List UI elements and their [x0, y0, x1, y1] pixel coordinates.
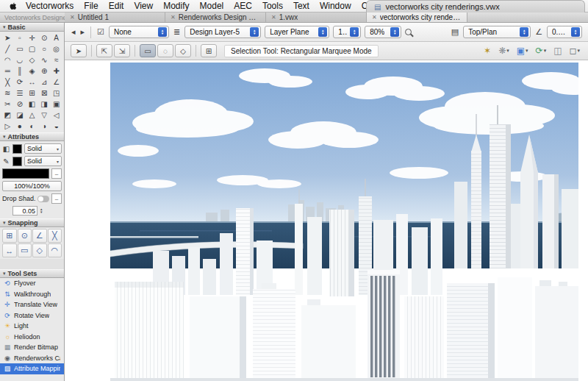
polygon-tool[interactable]: ◇	[26, 54, 38, 65]
reshape-tool[interactable]: ◳	[50, 88, 62, 99]
triangle-tool[interactable]: △	[26, 110, 38, 121]
parallel-tool[interactable]: ║	[14, 65, 26, 76]
window-title-tab[interactable]: ▤ vectorworks city renderings.vwx	[366, 0, 585, 13]
document-tab[interactable]: ✕ vectorworks city renderings....	[367, 13, 467, 22]
opacity-button[interactable]: 100%/100%	[2, 181, 62, 191]
attribute-mapping-tool[interactable]: ▨ Attribute Mapping	[0, 363, 64, 374]
projection-icon[interactable]: ◻ ▾	[567, 46, 582, 56]
close-tab-icon[interactable]: ✕	[171, 14, 176, 21]
offset-tool[interactable]: ≋	[1, 88, 14, 99]
grid-snap-icon[interactable]: ⊞	[2, 229, 17, 243]
locus-tool[interactable]: ⊕	[38, 65, 51, 76]
rotate-tool[interactable]: ⟳	[14, 76, 26, 88]
collapse-caret-icon[interactable]: ▾	[3, 220, 6, 226]
rotate-right-tool[interactable]: ▷	[1, 121, 14, 132]
polyline-tool[interactable]: ∿	[38, 54, 51, 65]
oval-tool[interactable]: ◎	[50, 43, 62, 54]
palette-header-attributes[interactable]: ▾ Attributes	[0, 132, 64, 141]
arc-tool[interactable]: ◠	[1, 54, 14, 65]
zoom-tool[interactable]: ⊙	[38, 32, 51, 43]
angle-icon[interactable]: ∠	[534, 28, 543, 36]
boundary-tool[interactable]: ▣	[50, 99, 62, 110]
stack-tool[interactable]: ☰	[14, 88, 26, 99]
skew-tool[interactable]: ◩	[1, 110, 14, 121]
menu-item[interactable]: AEC	[229, 1, 257, 11]
translate-view-tool[interactable]: ✛ Translate View	[0, 299, 64, 310]
taper-tool[interactable]: ◪	[14, 110, 26, 121]
distance-snap-icon[interactable]: ↔	[2, 243, 17, 257]
intersection-snap-icon[interactable]: ╳	[48, 229, 62, 243]
palette-header-tool-sets[interactable]: ▾ Tool Sets	[0, 269, 64, 278]
selection-tool[interactable]: ➤	[1, 32, 14, 43]
close-tab-icon[interactable]: ✕	[372, 14, 377, 21]
polygon-marquee-mode[interactable]: ◇	[175, 44, 191, 57]
menu-item[interactable]: Edit	[104, 1, 129, 11]
lasso-marquee-mode[interactable]: ◌	[157, 44, 173, 57]
selection-arrow-mode[interactable]: ➤	[71, 44, 87, 57]
marquee-tool[interactable]: ▫	[14, 32, 26, 43]
fill-color-swatch[interactable]	[12, 144, 22, 154]
double-line-tool[interactable]: ═	[1, 65, 14, 76]
invert-triangle-tool[interactable]: ▽	[38, 110, 51, 121]
collapse-caret-icon[interactable]: ▾	[3, 271, 6, 277]
layer-options-icon[interactable]: ≣	[173, 28, 181, 36]
rotate-3d-icon[interactable]: ⟳ ▾	[534, 46, 549, 56]
menu-item[interactable]: Vectorworks	[21, 1, 79, 11]
grid-tool[interactable]: ⊞	[26, 88, 38, 99]
angle-field[interactable]: 0.00° ▲▼	[547, 26, 582, 38]
menu-item[interactable]: View	[129, 1, 158, 11]
edge-snap-icon[interactable]: ▭	[18, 243, 32, 257]
rectangular-marquee-mode[interactable]: ▭	[140, 44, 156, 57]
tangent-snap-icon[interactable]: ◠	[48, 243, 62, 257]
magnifier-icon[interactable]	[405, 29, 412, 35]
menu-item[interactable]: Text	[288, 1, 315, 11]
trim-tool[interactable]: ╳	[1, 76, 14, 88]
rectangle-tool[interactable]: ▭	[14, 43, 26, 54]
line-weight-box[interactable]: –	[51, 168, 62, 179]
close-tab-icon[interactable]: ✕	[271, 14, 276, 21]
render-bitmap-tool[interactable]: ▦ Render Bitmap	[0, 342, 64, 353]
light-tool[interactable]: ☀ Light	[0, 321, 64, 332]
circle-tool[interactable]: ○	[38, 43, 51, 54]
fill-style-dropdown[interactable]: Solid ▾	[24, 143, 62, 154]
menu-item[interactable]: File	[79, 1, 103, 11]
shear-right-tool[interactable]: ◨	[38, 99, 51, 110]
palette-header-basic[interactable]: ▾ Basic	[0, 23, 64, 32]
shadow-tool[interactable]: ◒	[50, 121, 62, 132]
flyover-tool[interactable]: ⟲ Flyover	[0, 278, 64, 289]
rotate-left-tool[interactable]: ◁	[50, 110, 62, 121]
palette-header-snapping[interactable]: ▾ Snapping	[0, 218, 64, 227]
plane-dropdown[interactable]: Layer Plane ▲▼	[265, 26, 329, 38]
interactive-scaling-disabled-mode[interactable]: ⇱	[96, 44, 112, 57]
gradient-tool[interactable]: ◑	[38, 121, 51, 132]
zoom-field[interactable]: 80% ▲▼	[365, 26, 401, 38]
view-dropdown[interactable]: Top/Plan ▲▼	[463, 26, 531, 38]
clip-tool[interactable]: ⊠	[38, 88, 51, 99]
document-tab[interactable]: ✕ 1.vwx	[266, 13, 367, 22]
interactive-scaling-reshape-mode[interactable]: ⇲	[114, 44, 130, 57]
angle-snap-icon[interactable]: ∠	[32, 229, 47, 243]
freehand-tool[interactable]: ≈	[50, 54, 62, 65]
renderworks-camera-tool[interactable]: ◉ Renderworks Cam...	[0, 353, 64, 364]
split-view-icon[interactable]: ◫ ▾	[551, 46, 564, 56]
heliodon-tool[interactable]: ☼ Heliodon	[0, 332, 64, 343]
pen-color-swatch[interactable]	[12, 157, 22, 166]
quarter-arc-tool[interactable]: ◡	[14, 54, 26, 65]
unrestricted-interactive-scaling-mode[interactable]: ⊞	[201, 44, 217, 57]
apple-menu-icon[interactable]	[7, 1, 18, 11]
visibility-wand-icon[interactable]: ✶ ▾	[481, 46, 493, 56]
blend-tool[interactable]: ◐	[26, 121, 38, 132]
menu-item[interactable]: Model	[195, 1, 229, 11]
document-tab[interactable]: ✕ Untitled 1	[65, 13, 165, 22]
render-style-icon[interactable]: ❋ ▾	[496, 46, 512, 56]
text-tool[interactable]: A	[50, 32, 62, 43]
rotate-view-tool[interactable]: ⟳ Rotate View	[0, 310, 64, 321]
close-tab-icon[interactable]: ✕	[70, 14, 75, 21]
object-snap-icon[interactable]: ⊙	[18, 229, 32, 243]
document-tab[interactable]: ✕ Renderworks Design Summi...	[165, 13, 266, 22]
pen-style-dropdown[interactable]: Solid ▾	[24, 156, 62, 166]
class-dropdown[interactable]: None ▲▼	[109, 26, 169, 38]
cross-tool[interactable]: ✚	[50, 65, 62, 76]
stepper-icon[interactable]: ▲▼	[40, 208, 43, 214]
drop-shadow-toggle[interactable]	[37, 196, 49, 202]
